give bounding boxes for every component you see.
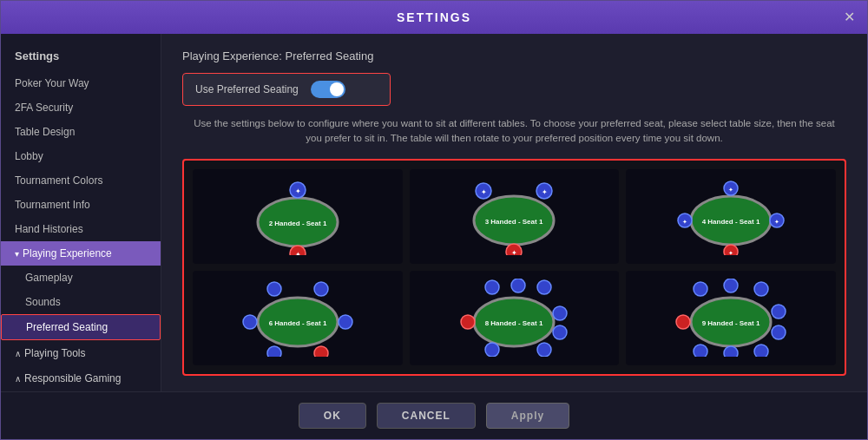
svg-point-31	[314, 346, 328, 357]
sidebar-label: Sounds	[25, 296, 61, 308]
section-title: Playing Experience: Preferred Seating	[182, 49, 846, 62]
svg-point-30	[267, 346, 281, 357]
sidebar-item-2fa-security[interactable]: 2FA Security	[1, 95, 161, 120]
main-content: Playing Experience: Preferred Seating Us…	[161, 34, 867, 391]
sidebar-item-preferred-seating[interactable]: Preferred Seating	[1, 314, 161, 340]
modal-header: SETTINGS ✕	[1, 1, 867, 34]
toggle-row: Use Preferred Seating	[182, 73, 391, 106]
sidebar-label: Table Design	[15, 126, 75, 138]
chevron-up-icon: ∧	[15, 349, 21, 358]
svg-point-51	[694, 345, 707, 357]
svg-text:6 Handed - Seat 1: 6 Handed - Seat 1	[268, 319, 326, 327]
svg-point-52	[676, 315, 690, 329]
settings-modal: SETTINGS ✕ Settings Poker Your Way 2FA S…	[0, 0, 868, 440]
svg-text:✦: ✦	[774, 219, 779, 225]
close-button[interactable]: ✕	[844, 10, 855, 24]
sidebar-item-gameplay[interactable]: Gameplay	[1, 266, 161, 290]
svg-point-36	[537, 280, 551, 294]
svg-point-44	[694, 282, 707, 296]
sidebar-label: Tournament Info	[15, 199, 90, 211]
svg-point-34	[485, 280, 499, 294]
use-preferred-seating-toggle[interactable]	[311, 81, 345, 98]
sidebar-label: Playing Experience	[23, 247, 112, 259]
sidebar-item-hand-histories[interactable]: Hand Histories	[1, 217, 161, 241]
svg-point-45	[724, 279, 738, 292]
svg-text:✦: ✦	[481, 188, 487, 196]
sidebar-item-tournament-colors[interactable]: Tournament Colors	[1, 168, 161, 193]
chevron-up-icon: ∧	[15, 374, 21, 384]
apply-button[interactable]: Apply	[486, 403, 569, 429]
svg-point-46	[754, 282, 768, 296]
sidebar-item-table-design[interactable]: Table Design	[1, 120, 161, 144]
table-8-handed[interactable]: 8 Handed - Seat 1	[410, 271, 620, 365]
sidebar-item-lobby[interactable]: Lobby	[1, 144, 161, 168]
svg-point-27	[314, 282, 328, 296]
svg-text:✦: ✦	[728, 187, 733, 193]
sidebar-label: Hand Histories	[15, 223, 83, 235]
table-6-handed[interactable]: 6 Handed - Seat 1	[193, 271, 403, 365]
poker-table-svg-4: 4 Handed - Seat 1 ✦ ✦ ✦	[674, 177, 787, 255]
description-text: Use the settings below to configure wher…	[182, 116, 846, 147]
table-2-handed[interactable]: 2 Handed - Seat 1 ✦ ✦	[193, 169, 403, 264]
sidebar-item-tournament-info[interactable]: Tournament Info	[1, 193, 161, 217]
sidebar-label: Responsible Gaming	[24, 372, 121, 384]
sidebar-item-sounds[interactable]: Sounds	[1, 290, 161, 314]
table-3-handed[interactable]: 3 Handed - Seat 1 ✦ ✦ ✦	[410, 169, 620, 264]
sidebar-label: Poker Your Way	[15, 77, 89, 89]
sidebar-label: 2FA Security	[15, 102, 73, 114]
cancel-button[interactable]: CANCEL	[377, 403, 476, 429]
svg-point-50	[724, 346, 738, 357]
poker-table-svg-3: 3 Handed - Seat 1 ✦ ✦ ✦	[457, 177, 570, 255]
modal-body: Settings Poker Your Way 2FA Security Tab…	[1, 34, 867, 391]
ok-button[interactable]: OK	[299, 403, 366, 429]
svg-point-37	[553, 306, 567, 320]
svg-text:✦: ✦	[728, 250, 733, 255]
tables-grid: 2 Handed - Seat 1 ✦ ✦	[182, 159, 846, 377]
svg-point-48	[772, 325, 786, 339]
svg-text:4 Handed - Seat 1: 4 Handed - Seat 1	[702, 218, 760, 226]
modal-footer: OK CANCEL Apply	[1, 391, 867, 439]
svg-point-49	[754, 345, 768, 357]
svg-text:8 Handed - Seat 1: 8 Handed - Seat 1	[485, 319, 543, 327]
svg-point-28	[243, 315, 257, 329]
svg-text:3 Handed - Seat 1: 3 Handed - Seat 1	[485, 218, 543, 226]
poker-table-svg-9: 9 Handed - Seat 1	[674, 279, 787, 357]
sidebar: Settings Poker Your Way 2FA Security Tab…	[1, 34, 161, 391]
sidebar-title: Settings	[1, 46, 161, 71]
sidebar-label: Gameplay	[25, 272, 73, 284]
sidebar-label: Tournament Colors	[15, 174, 102, 187]
sidebar-label: Lobby	[15, 150, 43, 162]
sidebar-item-playing-experience[interactable]: ▾ Playing Experience	[1, 241, 161, 266]
svg-text:✦: ✦	[682, 219, 687, 225]
svg-text:✦: ✦	[294, 251, 300, 255]
svg-text:✦: ✦	[294, 187, 300, 195]
svg-text:✦: ✦	[542, 188, 548, 196]
poker-table-svg-2: 2 Handed - Seat 1 ✦ ✦	[241, 177, 354, 255]
sidebar-label: Preferred Seating	[26, 321, 108, 333]
sidebar-item-playing-tools[interactable]: ∧ Playing Tools	[1, 340, 161, 365]
modal-title: SETTINGS	[397, 10, 471, 24]
chevron-down-icon: ▾	[15, 249, 19, 259]
poker-table-svg-6: 6 Handed - Seat 1	[241, 279, 354, 357]
sidebar-label: Playing Tools	[24, 347, 86, 359]
sidebar-item-poker-your-way[interactable]: Poker Your Way	[1, 71, 161, 95]
sidebar-item-responsible-gaming[interactable]: ∧ Responsible Gaming	[1, 365, 161, 391]
svg-point-26	[267, 282, 281, 296]
svg-text:✦: ✦	[511, 249, 517, 255]
toggle-label: Use Preferred Seating	[195, 83, 299, 95]
svg-point-29	[339, 315, 352, 329]
svg-point-40	[485, 343, 499, 357]
table-9-handed[interactable]: 9 Handed - Seat 1	[626, 271, 836, 365]
svg-point-41	[461, 315, 475, 329]
svg-point-39	[537, 343, 551, 357]
svg-text:2 Handed - Seat 1: 2 Handed - Seat 1	[268, 220, 326, 227]
svg-point-47	[772, 305, 786, 319]
svg-point-38	[553, 325, 567, 339]
svg-point-35	[511, 279, 525, 292]
table-4-handed[interactable]: 4 Handed - Seat 1 ✦ ✦ ✦	[626, 169, 836, 264]
svg-text:9 Handed - Seat 1: 9 Handed - Seat 1	[702, 319, 760, 327]
poker-table-svg-8: 8 Handed - Seat 1	[457, 279, 570, 357]
